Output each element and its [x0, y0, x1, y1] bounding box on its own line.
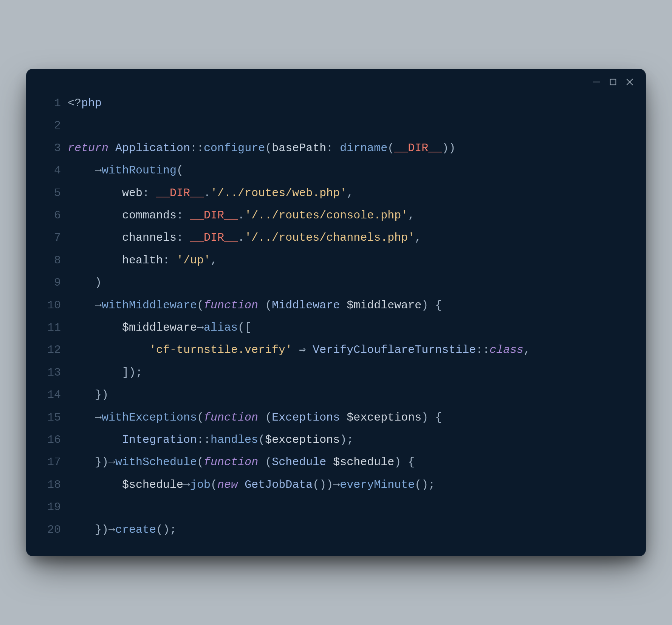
token-named: health [122, 254, 163, 267]
token-punc: ); [340, 433, 353, 446]
window-titlebar [26, 69, 646, 90]
token-arrow: ⇒ [299, 343, 306, 356]
token-named: commands [122, 209, 177, 222]
close-button[interactable] [625, 77, 635, 87]
token-kw: function [204, 299, 258, 312]
token-punc [68, 209, 122, 222]
token-arrow: → [197, 321, 204, 334]
code-content: web: __DIR__.'/../routes/web.php', [68, 182, 631, 204]
token-str: '/up' [177, 254, 211, 267]
token-punc [68, 231, 122, 244]
token-const: __DIR__ [394, 142, 442, 155]
token-punc [340, 299, 347, 312]
code-editor[interactable]: 1<?php2 3return Application::configure(b… [26, 90, 646, 545]
token-fn: withSchedule [115, 456, 197, 469]
token-punc: ) [68, 276, 102, 289]
token-punc: . [238, 231, 245, 244]
code-line: 10 →withMiddleware(function (Middleware … [26, 294, 631, 317]
code-line: 13 ]); [26, 362, 631, 384]
token-kw: return [68, 142, 108, 155]
token-var: $middleware [122, 321, 197, 334]
line-number: 8 [26, 249, 68, 272]
token-named: basePath [272, 142, 326, 155]
maximize-button[interactable] [608, 77, 618, 87]
token-const: __DIR__ [190, 231, 238, 244]
token-const: __DIR__ [156, 187, 204, 200]
token-punc [68, 187, 122, 200]
line-number: 19 [26, 496, 68, 518]
stage: 1<?php2 3return Application::configure(b… [0, 0, 672, 625]
code-content: 'cf-turnstile.verify' ⇒ VerifyClouflareT… [68, 339, 631, 361]
line-number: 10 [26, 294, 68, 317]
line-number: 14 [26, 384, 68, 406]
editor-window: 1<?php2 3return Application::configure(b… [26, 69, 646, 556]
token-punc: ( [387, 142, 394, 155]
line-number: 6 [26, 204, 68, 227]
token-arrow: → [108, 456, 115, 469]
minimize-button[interactable] [591, 77, 601, 87]
token-arrow: → [108, 523, 115, 536]
code-line: 11 $middleware→alias([ [26, 317, 631, 339]
token-punc: }) [68, 523, 108, 536]
code-line: 14 }) [26, 384, 631, 406]
token-punc: : [326, 142, 340, 155]
token-punc: ( [177, 164, 183, 177]
token-type: Middleware [272, 299, 340, 312]
token-fn: withRouting [102, 164, 177, 177]
token-punc: , [523, 343, 530, 356]
token-fn: withExceptions [102, 411, 197, 424]
token-punc: , [347, 187, 353, 200]
token-str: '/../routes/channels.php' [245, 231, 415, 244]
token-var: $exceptions [265, 433, 340, 446]
token-punc [306, 343, 313, 356]
token-punc: ()) [313, 478, 333, 491]
token-punc: ( [258, 411, 272, 424]
code-content: ) [68, 272, 631, 294]
token-punc: : [142, 187, 156, 200]
token-punc: ( [197, 411, 204, 424]
code-content: $schedule→job(new GetJobData())→everyMin… [68, 474, 631, 496]
svg-rect-1 [610, 79, 616, 85]
token-fn: withMiddleware [102, 299, 197, 312]
token-punc: . [204, 187, 211, 200]
token-fn: job [190, 478, 211, 491]
token-punc: (); [415, 478, 435, 491]
token-classkw: class [489, 343, 523, 356]
token-punc: :: [197, 433, 211, 446]
code-line: 2 [26, 114, 631, 137]
token-punc [68, 254, 122, 267]
token-punc: : [177, 231, 190, 244]
token-punc: }) [68, 456, 108, 469]
code-line: 19 [26, 496, 631, 518]
token-punc: , [211, 254, 217, 267]
code-content: })→withSchedule(function (Schedule $sche… [68, 451, 631, 473]
token-named: web [122, 187, 142, 200]
token-type: Integration [122, 433, 197, 446]
token-fn: alias [204, 321, 238, 334]
token-punc [238, 478, 245, 491]
line-number: 13 [26, 362, 68, 384]
code-content: }) [68, 384, 631, 406]
token-punc: : [177, 209, 190, 222]
code-line: 16 Integration::handles($exceptions); [26, 429, 631, 451]
code-content: ]); [68, 362, 631, 384]
token-punc: ( [211, 478, 217, 491]
token-fn: everyMinute [340, 478, 415, 491]
code-line: 12 'cf-turnstile.verify' ⇒ VerifyCloufla… [26, 339, 631, 361]
token-punc: <? [68, 97, 81, 110]
token-const: __DIR__ [190, 209, 238, 222]
maximize-icon [609, 78, 617, 86]
token-fn: create [115, 523, 156, 536]
token-fn: handles [211, 433, 258, 446]
token-var: $exceptions [347, 411, 421, 424]
token-punc: ) { [394, 456, 415, 469]
token-punc: :: [476, 343, 489, 356]
token-str: '/../routes/web.php' [211, 187, 347, 200]
token-punc: }) [68, 388, 108, 401]
code-content: return Application::configure(basePath: … [68, 137, 631, 159]
line-number: 1 [26, 92, 68, 114]
code-content: health: '/up', [68, 249, 631, 272]
token-type: VerifyClouflareTurnstile [313, 343, 476, 356]
token-punc: ( [197, 299, 204, 312]
token-punc: . [238, 209, 245, 222]
